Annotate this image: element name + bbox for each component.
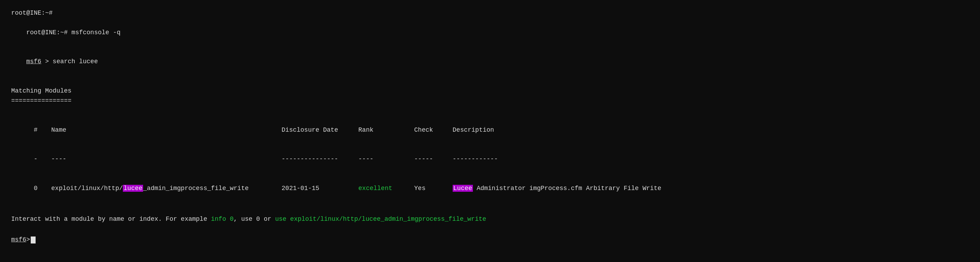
terminal-line-2: root@INE:~# msfconsole -q bbox=[11, 18, 969, 48]
table-header-row: #NameDisclosure DateRankCheckDescription bbox=[11, 116, 969, 145]
cursor bbox=[31, 236, 36, 243]
divider-check: ----- bbox=[414, 154, 453, 164]
blank-1 bbox=[11, 77, 969, 86]
table-divider-row: ----------------------------------------… bbox=[11, 145, 969, 174]
header-check: Check bbox=[414, 125, 453, 135]
header-rank: Rank bbox=[358, 125, 414, 135]
terminal-line-1: root@INE:~# bbox=[11, 8, 969, 18]
final-msf6: msf6 bbox=[11, 235, 26, 245]
interact-cmd2: use exploit/linux/http/lucee_admin_imgpr… bbox=[275, 216, 486, 222]
divider-date: --------------- bbox=[282, 154, 358, 164]
command-search: search lucee bbox=[53, 58, 98, 65]
row0-name-highlight: lucee bbox=[123, 185, 143, 192]
divider-desc: ------------ bbox=[453, 154, 498, 164]
row0-desc-post: Administrator imgProcess.cfm Arbitrary F… bbox=[473, 185, 661, 192]
final-prompt-rest: > bbox=[26, 235, 30, 245]
row0-num: 0 bbox=[34, 184, 51, 193]
row0-date: 2021-01-15 bbox=[282, 184, 358, 193]
row0-rank: excellent bbox=[358, 184, 414, 193]
section-separator: ================ bbox=[11, 96, 969, 106]
command-msfconsole: msfconsole -q bbox=[72, 29, 120, 36]
row0-check: Yes bbox=[414, 184, 453, 193]
msf6-prompt-3: msf6 bbox=[26, 58, 41, 65]
section-title: Matching Modules bbox=[11, 86, 969, 96]
row0-desc: Lucee Administrator imgProcess.cfm Arbit… bbox=[453, 184, 661, 193]
divider-rank: ---- bbox=[358, 154, 414, 164]
header-date: Disclosure Date bbox=[282, 125, 358, 135]
row0-name-post: _admin_imgprocess_file_write bbox=[143, 185, 248, 192]
header-num: # bbox=[34, 125, 51, 135]
terminal-container: root@INE:~# root@INE:~# msfconsole -q ms… bbox=[11, 8, 969, 245]
divider-num: - bbox=[34, 154, 51, 164]
header-name: Name bbox=[51, 125, 282, 135]
table-section: #NameDisclosure DateRankCheckDescription… bbox=[11, 116, 969, 203]
blank-2 bbox=[11, 106, 969, 116]
blank-3 bbox=[11, 203, 969, 213]
final-prompt-line: msf6 > bbox=[11, 235, 969, 245]
table-row-0: 0exploit/linux/http/lucee_admin_imgproce… bbox=[11, 174, 969, 203]
blank-4 bbox=[11, 226, 969, 235]
prompt-2: root@INE:~# bbox=[26, 29, 72, 36]
prompt-3-rest: > bbox=[41, 58, 52, 65]
row0-name: exploit/linux/http/lucee_admin_imgproces… bbox=[51, 184, 282, 193]
divider-name: ---- bbox=[51, 154, 282, 164]
row0-desc-highlight: Lucee bbox=[453, 185, 473, 192]
row0-name-pre: exploit/linux/http/ bbox=[51, 185, 123, 192]
interact-line: Interact with a module by name or index.… bbox=[11, 214, 969, 224]
header-desc: Description bbox=[453, 125, 494, 135]
interact-text-1: Interact with a module by name or index.… bbox=[11, 216, 211, 222]
terminal-line-3: msf6 > search lucee bbox=[11, 48, 969, 77]
interact-text-2: , use 0 or bbox=[234, 216, 275, 222]
interact-cmd1: info 0 bbox=[211, 216, 234, 222]
